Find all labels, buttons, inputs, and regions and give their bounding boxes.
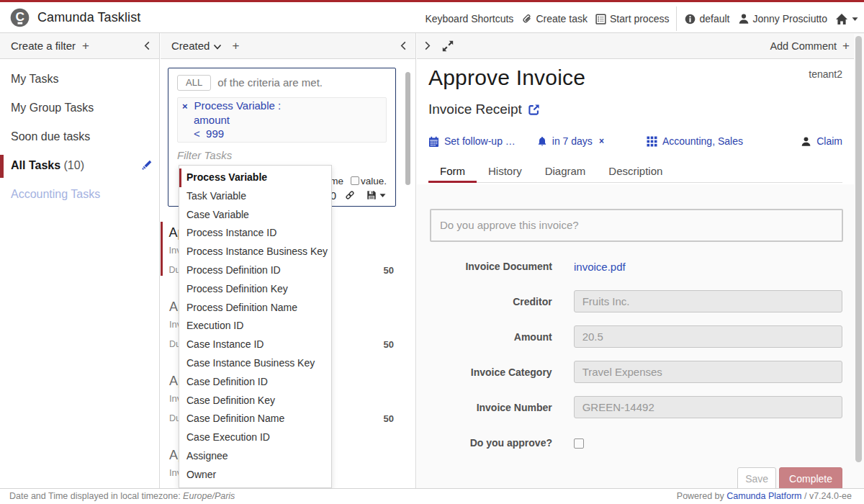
due-date-button[interactable]: in 7 days (537, 135, 593, 147)
creditor-input[interactable]: Fruits Inc. (574, 290, 842, 312)
engine-select[interactable]: default (685, 13, 729, 24)
field-label: Invoice Category (428, 361, 552, 378)
invoice-number-input[interactable]: GREEN-14492 (574, 396, 842, 418)
invoice-category-input[interactable]: Travel Expenses (574, 361, 842, 383)
dropdown-option[interactable]: Task Variable (179, 187, 331, 206)
add-comment-button[interactable]: Add Comment + (770, 39, 852, 53)
save-filter-button[interactable] (366, 190, 386, 200)
keyboard-shortcuts-link[interactable]: Keyboard Shortcuts (425, 13, 513, 24)
home-menu[interactable] (835, 13, 858, 25)
top-navigation-bar: C Camunda Tasklist Keyboard Shortcuts Cr… (0, 0, 864, 33)
task-detail-body: Approve Invoice tenant2 Invoice Receipt (417, 59, 854, 488)
calendar-icon (428, 136, 439, 147)
save-button[interactable]: Save (737, 467, 776, 488)
app-title: Camunda Tasklist (37, 10, 140, 25)
criterion-name[interactable]: amount (182, 113, 380, 127)
camunda-platform-link[interactable]: Camunda Platform (726, 491, 801, 501)
field-label: Invoice Number (428, 396, 552, 413)
bell-icon (537, 136, 547, 147)
maximize-panel-icon[interactable] (441, 40, 454, 53)
add-sorting-button[interactable]: + (232, 39, 239, 53)
filters-list: My Tasks My Group Tasks Soon due tasks A… (0, 59, 159, 488)
dropdown-option[interactable]: Case Execution ID (179, 428, 331, 447)
tenant-badge: tenant2 (809, 66, 842, 80)
tab-diagram[interactable]: Diagram (534, 161, 598, 182)
dropdown-option[interactable]: Process Definition Key (179, 280, 331, 299)
match-mode-text: of the criteria are met. (217, 76, 323, 89)
remove-due-date-icon[interactable]: × (599, 136, 604, 146)
set-follow-up-button[interactable]: Set follow-up … (428, 135, 516, 147)
dropdown-option[interactable]: Case Definition Key (179, 392, 331, 410)
camunda-logo: C (10, 8, 30, 27)
groups-button[interactable]: Accounting, Sales (647, 135, 743, 147)
claim-button[interactable]: Claim (801, 135, 842, 147)
filter-count: (10) (64, 159, 84, 171)
dropdown-option[interactable]: Process Instance ID (179, 224, 331, 243)
approval-comment-textarea[interactable]: Do you approve this invoice? (430, 209, 843, 242)
copy-link-icon[interactable] (345, 190, 355, 200)
detail-scrollbar-track[interactable] (854, 34, 864, 488)
dropdown-option[interactable]: Process Variable (179, 168, 331, 187)
dropdown-option[interactable]: Case Variable (179, 206, 331, 225)
approve-checkbox[interactable] (574, 438, 584, 449)
top-nav: Keyboard Shortcuts Create task Start pro… (425, 4, 858, 33)
complete-button[interactable]: Complete (779, 467, 842, 488)
expand-list-chevron-icon[interactable] (423, 41, 432, 50)
dropdown-option[interactable]: Owner (179, 466, 331, 485)
info-circle-icon (685, 14, 696, 24)
brand[interactable]: C Camunda Tasklist (10, 8, 140, 27)
invoice-document-link[interactable]: invoice.pdf (574, 255, 626, 273)
task-list-panel: Created + ALL of the criteria are met. ×… (161, 33, 416, 488)
edit-filter-pencil-icon[interactable] (140, 159, 153, 171)
tab-form[interactable]: Form (428, 161, 477, 182)
field-label: Do you approve? (428, 431, 552, 449)
create-filter-label: Create a filter (11, 40, 76, 52)
dropdown-option[interactable]: Case Instance Business Key (179, 354, 331, 373)
match-mode-toggle[interactable]: ALL (177, 75, 211, 91)
task-priority: 50 (384, 413, 394, 424)
field-label: Amount (428, 325, 552, 343)
filter-tasks-input[interactable]: Filter Tasks (177, 149, 387, 161)
case-value-checkbox[interactable] (351, 176, 359, 185)
paperclip-icon (521, 14, 532, 24)
process-definition-name: Invoice Receipt (428, 102, 522, 117)
detail-tabs: Form History Diagram Description (428, 161, 842, 183)
tab-description[interactable]: Description (597, 161, 674, 182)
dropdown-option[interactable]: Process Definition ID (179, 261, 331, 280)
user-icon (738, 13, 750, 24)
remove-criterion-icon[interactable]: × (182, 101, 188, 112)
start-process-button[interactable]: Start process (595, 13, 669, 24)
create-task-button[interactable]: Create task (521, 13, 588, 24)
dropdown-option[interactable]: Execution ID (179, 317, 331, 336)
groups-grid-icon (647, 136, 657, 147)
create-filter-button[interactable]: + (82, 39, 89, 53)
svg-text:C: C (16, 9, 25, 24)
task-list-scrollbar[interactable] (405, 72, 410, 185)
footer: Date and Time displayed in local timezon… (0, 488, 864, 504)
dropdown-option[interactable]: Assignee (179, 447, 331, 466)
filter-item-my-group-tasks[interactable]: My Group Tasks (0, 94, 159, 122)
amount-input[interactable]: 20.5 (574, 325, 842, 348)
tab-history[interactable]: History (477, 161, 534, 182)
dropdown-option[interactable]: Case Instance ID (179, 336, 331, 354)
sort-by-label[interactable]: Created (171, 40, 210, 52)
filter-item-accounting-tasks[interactable]: Accounting Tasks (0, 180, 159, 209)
dropdown-option[interactable]: Case Definition ID (179, 373, 331, 392)
task-detail-panel: Add Comment + Approve Invoice tenant2 In… (417, 33, 864, 488)
detail-scrollbar-thumb[interactable] (855, 36, 862, 462)
filter-item-all-tasks[interactable]: All Tasks (10) (0, 151, 159, 180)
collapse-list-chevron-icon[interactable] (399, 41, 408, 50)
filter-item-my-tasks[interactable]: My Tasks (0, 65, 159, 94)
sort-caret-icon[interactable] (213, 44, 222, 50)
search-criterion-pill[interactable]: ×Process Variable : amount < 999 (177, 97, 387, 143)
task-priority: 50 (384, 339, 394, 350)
dropdown-option[interactable]: Process Definition Name (179, 299, 331, 318)
criterion-expression[interactable]: < 999 (182, 127, 380, 140)
collapse-sidebar-chevron-icon[interactable] (143, 41, 152, 50)
dropdown-option[interactable]: Case Definition Name (179, 410, 331, 428)
external-link-icon[interactable] (528, 104, 540, 115)
user-menu[interactable]: Jonny Prosciutto (738, 13, 828, 24)
filter-item-soon-due-tasks[interactable]: Soon due tasks (0, 122, 159, 151)
dropdown-option[interactable]: Process Instance Business Key (179, 243, 331, 261)
task-list-header: Created + (161, 33, 415, 59)
